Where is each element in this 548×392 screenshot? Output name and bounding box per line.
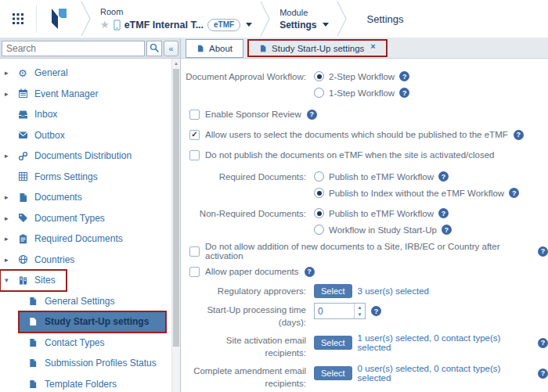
help-icon[interactable]: ? bbox=[399, 71, 409, 81]
sidebar-item-general-settings[interactable]: General Settings bbox=[19, 291, 180, 312]
option-label: Publish to eTMF Workflow bbox=[329, 209, 434, 218]
site-activation-email-select-button[interactable]: Select bbox=[314, 336, 352, 350]
sidebar-nav: ▸ ⚙ General ▸ Event Manager Inbox bbox=[0, 59, 180, 392]
page-title: Settings bbox=[367, 13, 404, 25]
checkbox-allow-users-select[interactable]: ✓ bbox=[189, 130, 200, 140]
expand-arrow-icon[interactable]: ▸ bbox=[5, 152, 18, 160]
help-icon[interactable]: ? bbox=[442, 225, 452, 235]
site-activation-email-selected-count[interactable]: 1 user(s) selected, 0 contact type(s) se… bbox=[358, 333, 532, 352]
enable-sponsor-review-row: Enable Sponsor Review ? bbox=[186, 105, 548, 124]
required-documents-label: Required Documents: bbox=[186, 168, 314, 201]
sidebar-item-documents-distribution[interactable]: ▸ Documents Distribution bbox=[0, 146, 180, 167]
checkbox-no-addition[interactable] bbox=[189, 246, 200, 257]
sidebar-item-documents[interactable]: ▸ Documents bbox=[0, 187, 180, 208]
sidebar-item-template-folders[interactable]: Template Folders bbox=[19, 374, 180, 392]
help-icon[interactable]: ? bbox=[438, 171, 449, 182]
main-panel: About Study Start-Up settings × Document… bbox=[181, 38, 548, 392]
settings-sidebar: « ▸ ⚙ General ▸ Event Manager bbox=[0, 38, 181, 392]
tag-icon bbox=[18, 213, 34, 223]
tab-label: Study Start-Up settings bbox=[272, 44, 364, 53]
expand-arrow-icon[interactable]: ▸ bbox=[5, 69, 18, 77]
room-name: eTMF Internal T... bbox=[124, 20, 204, 31]
sidebar-item-event-manager[interactable]: ▸ Event Manager bbox=[0, 84, 180, 105]
checkbox-enable-sponsor-review[interactable] bbox=[189, 110, 200, 120]
sidebar-item-general[interactable]: ▸ ⚙ General bbox=[0, 63, 180, 84]
sidebar-item-required-documents[interactable]: ▸ Required Documents bbox=[0, 228, 180, 250]
expand-arrow-icon[interactable]: ▸ bbox=[5, 90, 18, 98]
regulatory-approvers-select-button[interactable]: Select bbox=[314, 284, 352, 298]
radio-workflow-study-startup[interactable] bbox=[314, 225, 324, 235]
regulatory-approvers-selected-count[interactable]: 3 user(s) selected bbox=[358, 286, 429, 296]
sidebar-item-inbox[interactable]: Inbox bbox=[0, 104, 180, 125]
module-name: Settings bbox=[279, 20, 316, 31]
sidebar-item-countries[interactable]: ▸ Countries bbox=[0, 250, 180, 271]
app-launcher-grid-icon[interactable] bbox=[0, 0, 36, 38]
complete-amendment-select-button[interactable]: Select bbox=[314, 366, 352, 380]
scrollbar-thumb[interactable] bbox=[173, 69, 179, 347]
sidebar-scrollbar[interactable]: ▲ bbox=[171, 59, 180, 392]
link-icon bbox=[18, 151, 34, 161]
option-label: 1-Step Workflow bbox=[329, 88, 395, 98]
sidebar-item-contact-types[interactable]: Contact Types bbox=[19, 333, 180, 354]
envelope-icon bbox=[18, 130, 34, 140]
help-icon[interactable]: ? bbox=[538, 246, 548, 257]
sidebar-search-bar: « bbox=[0, 38, 180, 59]
module-dropdown-caret-icon[interactable] bbox=[323, 23, 329, 27]
sidebar-item-label: Documents Distribution bbox=[34, 150, 132, 161]
sidebar-item-label: Submission Profiles Status bbox=[45, 358, 157, 369]
sidebar-item-outbox[interactable]: Outbox bbox=[0, 125, 180, 146]
spinner-down-icon[interactable]: ▼ bbox=[355, 311, 365, 319]
search-input[interactable] bbox=[2, 41, 145, 56]
radio-1step-workflow[interactable] bbox=[314, 88, 324, 98]
tab-bar: About Study Start-Up settings × bbox=[181, 38, 548, 59]
breadcrumb-module[interactable]: Module Settings bbox=[270, 0, 336, 38]
option-label: Publish to Index without the eTMF Workfl… bbox=[329, 189, 504, 198]
sidebar-item-sites[interactable]: ▾ Sites bbox=[0, 270, 67, 291]
sidebar-collapse-button[interactable]: « bbox=[164, 41, 178, 56]
radio-required-publish-index[interactable] bbox=[314, 188, 324, 198]
help-icon[interactable]: ? bbox=[305, 267, 315, 277]
app-header: Room ★ eTMF Internal T... eTMF Module Se… bbox=[0, 0, 548, 38]
option-label: Workflow in Study Start-Up bbox=[329, 225, 437, 235]
help-icon[interactable]: ? bbox=[514, 130, 524, 140]
help-icon[interactable]: ? bbox=[307, 110, 317, 120]
help-icon[interactable]: ? bbox=[509, 188, 519, 198]
radio-required-publish-etmf[interactable] bbox=[314, 171, 324, 182]
expand-arrow-icon[interactable]: ▸ bbox=[5, 193, 18, 201]
expand-arrow-icon[interactable]: ▸ bbox=[5, 256, 18, 264]
document-icon bbox=[28, 338, 45, 347]
collapse-arrow-icon[interactable]: ▾ bbox=[5, 276, 18, 284]
help-icon[interactable]: ? bbox=[371, 306, 381, 316]
number-spinner: ▲ ▼ bbox=[354, 304, 365, 318]
document-icon bbox=[28, 317, 45, 326]
close-icon[interactable]: × bbox=[370, 41, 375, 51]
expand-arrow-icon[interactable]: ▸ bbox=[5, 235, 18, 243]
room-dropdown-caret-icon[interactable] bbox=[246, 23, 252, 27]
no-addition-row: Do not allow addition of new documents t… bbox=[186, 242, 548, 261]
document-icon bbox=[28, 297, 45, 306]
help-icon[interactable]: ? bbox=[438, 208, 449, 218]
breadcrumb-room[interactable]: Room ★ eTMF Internal T... eTMF bbox=[91, 0, 260, 38]
help-icon[interactable]: ? bbox=[538, 338, 548, 348]
help-icon[interactable]: ? bbox=[538, 369, 548, 379]
tab-study-startup-settings[interactable]: Study Start-Up settings × bbox=[247, 39, 388, 57]
complete-amendment-selected-count[interactable]: 0 user(s) selected, 0 contact type(s) se… bbox=[358, 364, 532, 383]
checkbox-do-not-publish[interactable] bbox=[189, 150, 200, 160]
sidebar-item-forms-settings[interactable]: Forms Settings bbox=[0, 167, 180, 188]
option-label: Publish to eTMF Workflow bbox=[329, 172, 434, 182]
search-button[interactable] bbox=[146, 41, 162, 56]
sidebar-item-submission-profiles-status[interactable]: Submission Profiles Status bbox=[19, 353, 180, 374]
doc-approval-workflow-label: Document Approval Workflow: bbox=[186, 68, 314, 101]
checkbox-allow-paper[interactable] bbox=[189, 267, 200, 277]
tab-about[interactable]: About bbox=[186, 39, 243, 58]
radio-nonrequired-publish-etmf[interactable] bbox=[314, 208, 324, 218]
sidebar-item-study-startup-settings[interactable]: Study Start-Up settings bbox=[19, 311, 166, 333]
expand-arrow-icon[interactable]: ▸ bbox=[5, 214, 18, 222]
scroll-up-arrow-icon[interactable]: ▲ bbox=[172, 59, 180, 68]
sites-icon bbox=[18, 275, 34, 286]
help-icon[interactable]: ? bbox=[399, 88, 409, 98]
spinner-up-icon[interactable]: ▲ bbox=[355, 304, 365, 311]
radio-2step-workflow[interactable] bbox=[314, 71, 324, 81]
favorite-star-icon[interactable]: ★ bbox=[100, 20, 110, 30]
sidebar-item-document-types[interactable]: ▸ Document Types bbox=[0, 208, 180, 229]
